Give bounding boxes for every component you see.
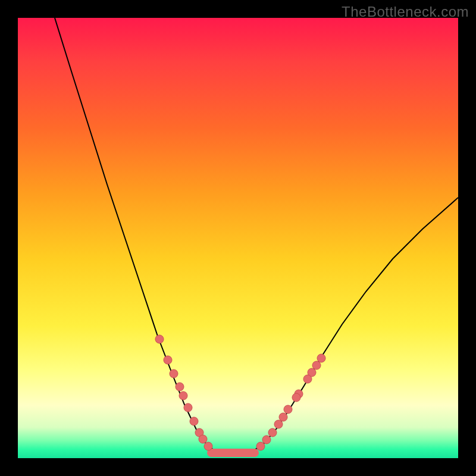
data-marker: [155, 335, 164, 343]
data-marker: [176, 383, 184, 391]
data-marker: [204, 442, 212, 450]
data-marker: [317, 354, 325, 362]
data-marker: [179, 392, 187, 400]
data-marker: [164, 356, 172, 364]
data-marker: [279, 413, 287, 421]
marker-cluster-right: [256, 354, 325, 450]
data-marker: [262, 436, 271, 444]
data-marker: [184, 403, 192, 412]
data-marker: [292, 393, 300, 402]
data-marker: [190, 417, 198, 425]
data-marker: [199, 435, 207, 443]
data-marker: [284, 405, 292, 414]
watermark-text: TheBottleneck.com: [342, 4, 469, 20]
bottleneck-curve: [55, 18, 458, 455]
curve-svg: [18, 18, 458, 458]
data-marker: [312, 361, 321, 369]
data-marker: [303, 375, 312, 383]
chart-frame: TheBottleneck.com: [0, 0, 476, 476]
plot-area: [18, 18, 458, 458]
data-marker: [256, 442, 265, 450]
data-marker: [274, 420, 283, 428]
data-marker: [268, 428, 277, 437]
data-marker: [170, 369, 178, 378]
